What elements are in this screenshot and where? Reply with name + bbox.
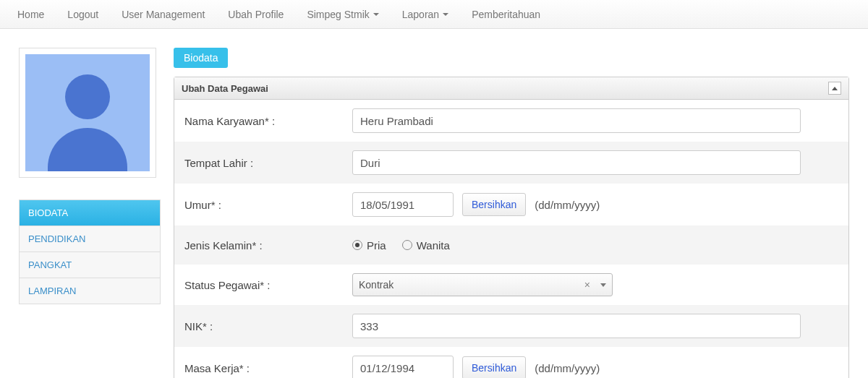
sidebar-tab-label: PANGKAT xyxy=(28,259,72,270)
nav-label: Logout xyxy=(67,9,98,20)
label-tempat-lahir: Tempat Lahir : xyxy=(184,157,352,169)
input-nik[interactable] xyxy=(352,314,801,338)
sidebar-tab-label: PENDIDIKAN xyxy=(28,233,85,244)
nav-pemberitahuan[interactable]: Pemberitahuan xyxy=(460,0,552,29)
avatar-placeholder-icon xyxy=(25,54,150,171)
radio-icon xyxy=(352,240,362,250)
left-column: BIODATA PENDIDIKAN PANGKAT LAMPIRAN xyxy=(19,48,161,304)
radio-label: Pria xyxy=(367,239,386,252)
label-status-pegawai: Status Pegawai* : xyxy=(184,279,352,291)
radio-icon xyxy=(402,240,412,250)
nav-user-management[interactable]: User Management xyxy=(110,0,216,29)
input-nama-karyawan[interactable] xyxy=(352,108,801,133)
avatar xyxy=(19,48,156,178)
button-label: Bersihkan xyxy=(472,199,516,210)
label-masa-kerja: Masa Kerja* : xyxy=(184,362,352,374)
chevron-down-icon xyxy=(443,13,448,16)
label-jenis-kelamin: Jenis Kelamin* : xyxy=(184,239,352,252)
select-status-pegawai[interactable]: Kontrak × xyxy=(352,273,613,296)
nav-label: User Management xyxy=(122,9,205,20)
select-value: Kontrak xyxy=(359,279,579,291)
nav-label: Ubah Profile xyxy=(228,9,284,20)
input-masa-kerja[interactable] xyxy=(352,356,454,378)
nav-label: Laporan xyxy=(402,9,439,20)
clear-select-icon[interactable]: × xyxy=(579,279,596,291)
input-tempat-lahir[interactable] xyxy=(352,150,801,175)
nav-home[interactable]: Home xyxy=(6,0,56,29)
panel-collapse-button[interactable] xyxy=(828,82,841,95)
row-jenis-kelamin: Jenis Kelamin* : Pria Wanita xyxy=(174,225,848,265)
button-label: Bersihkan xyxy=(472,362,516,374)
sidebar-tab-label: LAMPIRAN xyxy=(28,285,76,296)
sidebar-tabs: BIODATA PENDIDIKAN PANGKAT LAMPIRAN xyxy=(19,199,161,304)
row-nama-karyawan: Nama Karyawan* : xyxy=(174,100,848,142)
top-navbar: Home Logout User Management Ubah Profile… xyxy=(0,0,868,29)
nav-simpeg-stmik[interactable]: Simpeg Stmik xyxy=(295,0,390,29)
label-nik: NIK* : xyxy=(184,320,352,332)
nav-logout[interactable]: Logout xyxy=(56,0,110,29)
panel-body: Nama Karyawan* : Tempat Lahir : Umur* : xyxy=(174,100,848,378)
panel-header: Ubah Data Pegawai xyxy=(174,77,848,100)
label-nama-karyawan: Nama Karyawan* : xyxy=(184,115,352,127)
row-masa-kerja: Masa Kerja* : Bersihkan (dd/mm/yyyy) xyxy=(174,347,848,378)
clear-masa-kerja-button[interactable]: Bersihkan xyxy=(462,356,526,378)
row-status-pegawai: Status Pegawai* : Kontrak × xyxy=(174,265,848,305)
input-umur[interactable] xyxy=(352,192,454,217)
nav-label: Simpeg Stmik xyxy=(307,9,369,20)
clear-umur-button[interactable]: Bersihkan xyxy=(462,193,526,216)
chevron-down-icon xyxy=(600,283,606,287)
nav-laporan[interactable]: Laporan xyxy=(391,0,460,29)
chevron-down-icon xyxy=(373,13,379,16)
hint-umur: (dd/mm/yyyy) xyxy=(535,199,600,211)
radio-pria[interactable]: Pria xyxy=(352,239,386,252)
label-umur: Umur* : xyxy=(184,199,352,211)
nav-label: Home xyxy=(17,9,44,20)
sidebar-tab-lampiran[interactable]: LAMPIRAN xyxy=(20,278,160,304)
row-nik: NIK* : xyxy=(174,305,848,347)
chevron-up-icon xyxy=(832,87,838,90)
right-column: Biodata Ubah Data Pegawai Nama Karyawan*… xyxy=(174,48,849,378)
section-badge-biodata[interactable]: Biodata xyxy=(174,48,228,68)
panel-title: Ubah Data Pegawai xyxy=(182,83,268,94)
main-container: BIODATA PENDIDIKAN PANGKAT LAMPIRAN Biod… xyxy=(0,29,868,378)
sidebar-tab-pendidikan[interactable]: PENDIDIKAN xyxy=(20,226,160,252)
radio-label: Wanita xyxy=(417,239,450,252)
sidebar-tab-label: BIODATA xyxy=(28,207,68,218)
row-tempat-lahir: Tempat Lahir : xyxy=(174,142,848,184)
sidebar-tab-pangkat[interactable]: PANGKAT xyxy=(20,252,160,278)
hint-masa-kerja: (dd/mm/yyyy) xyxy=(535,362,600,374)
section-badge-label: Biodata xyxy=(184,52,218,64)
row-umur: Umur* : Bersihkan (dd/mm/yyyy) xyxy=(174,184,848,225)
radio-wanita[interactable]: Wanita xyxy=(402,239,450,252)
nav-ubah-profile[interactable]: Ubah Profile xyxy=(216,0,295,29)
panel-ubah-data-pegawai: Ubah Data Pegawai Nama Karyawan* : Tempa… xyxy=(174,77,849,378)
nav-label: Pemberitahuan xyxy=(472,9,540,20)
sidebar-tab-biodata[interactable]: BIODATA xyxy=(20,200,160,226)
